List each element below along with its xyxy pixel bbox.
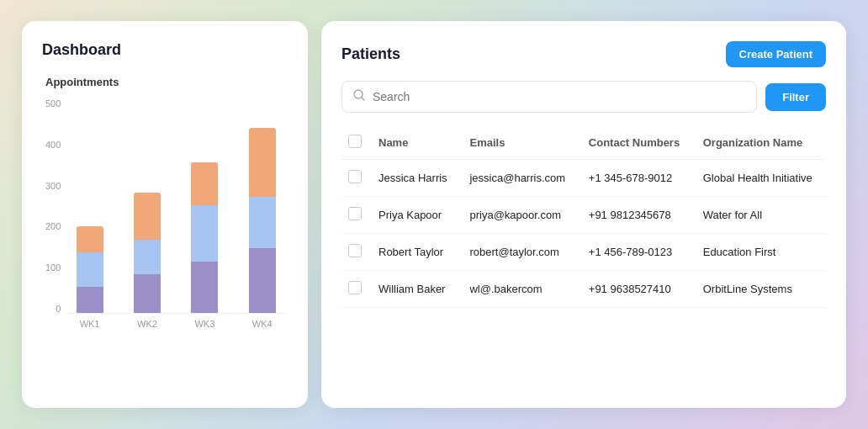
y-axis: 500 400 300 200 100 0 (45, 98, 67, 334)
y-label: 400 (45, 140, 61, 150)
chart-title: Appointments (45, 76, 284, 88)
bar-segment (77, 226, 103, 252)
bar-group (183, 162, 226, 313)
main-container: Dashboard Appointments 500 400 300 200 1… (22, 21, 846, 408)
row-checkbox-cell (341, 197, 368, 234)
row-checkbox[interactable] (348, 281, 362, 294)
bar-group (67, 226, 111, 313)
patients-card: Patients Create Patient Filter (321, 21, 846, 408)
bar-segment (191, 205, 218, 262)
cell-contact: +1 345-678-9012 (579, 160, 693, 197)
table-row: William Bakerwl@.bakercom+91 9638527410O… (341, 271, 826, 308)
y-label: 100 (45, 262, 61, 273)
patients-tbody: Jessica Harrisjessica@harris.com+1 345-6… (341, 160, 826, 308)
patients-header: Patients Create Patient (341, 41, 826, 67)
search-icon (352, 88, 366, 105)
x-label: WK3 (183, 319, 226, 329)
bar-segment (134, 274, 161, 313)
bar-segment (249, 197, 276, 248)
search-input[interactable] (373, 90, 746, 103)
header-emails: Emails (459, 126, 578, 160)
patients-title: Patients (341, 45, 400, 63)
cell-organization: Water for All (693, 197, 826, 234)
cell-contact: +1 456-789-0123 (579, 234, 693, 271)
bars-container (67, 98, 284, 314)
dashboard-card: Dashboard Appointments 500 400 300 200 1… (22, 21, 308, 408)
row-checkbox[interactable] (348, 207, 362, 220)
cell-organization: Global Health Initiative (693, 160, 826, 197)
bar-segment (134, 240, 161, 274)
cell-organization: Education First (693, 234, 826, 271)
search-filter-row: Filter (341, 81, 826, 113)
cell-name: Priya Kapoor (368, 197, 459, 234)
cell-name: William Baker (368, 271, 459, 308)
cell-email: jessica@harris.com (459, 160, 578, 197)
bar-stack (191, 162, 218, 313)
create-patient-button[interactable]: Create Patient (726, 41, 826, 67)
search-box (341, 81, 757, 113)
bar-segment (249, 248, 276, 313)
table-row: Jessica Harrisjessica@harris.com+1 345-6… (341, 160, 826, 197)
table-row: Priya Kapoorpriya@kapoor.com+91 98123456… (341, 197, 826, 234)
bars-area: WK1WK2WK3WK4 (67, 98, 284, 334)
table-row: Robert Taylorrobert@taylor.com+1 456-789… (341, 234, 826, 271)
header-organization: Organization Name (693, 126, 826, 160)
cell-name: Jessica Harris (368, 160, 459, 197)
header-name: Name (368, 126, 459, 160)
x-label: WK4 (241, 319, 284, 329)
row-checkbox-cell (341, 160, 368, 197)
bar-group (125, 193, 169, 313)
bar-stack (134, 193, 161, 313)
row-checkbox-cell (341, 271, 368, 308)
filter-button[interactable]: Filter (765, 83, 826, 111)
cell-email: priya@kapoor.com (459, 197, 578, 234)
row-checkbox[interactable] (348, 170, 362, 183)
chart-area: Appointments 500 400 300 200 100 0 WK1WK… (42, 76, 288, 334)
bar-stack (249, 128, 276, 313)
x-label: WK1 (67, 319, 111, 329)
x-label: WK2 (125, 319, 169, 329)
bar-segment (249, 128, 276, 197)
row-checkbox[interactable] (348, 244, 362, 257)
table-container: Name Emails Contact Numbers Organization… (341, 126, 826, 308)
cell-name: Robert Taylor (368, 234, 459, 271)
cell-email: robert@taylor.com (459, 234, 578, 271)
dashboard-title: Dashboard (42, 41, 288, 59)
bar-group (241, 128, 284, 313)
bar-stack (77, 226, 103, 313)
table-header-row: Name Emails Contact Numbers Organization… (341, 126, 826, 160)
header-checkbox[interactable] (348, 135, 362, 148)
bar-segment (77, 287, 103, 313)
cell-contact: +91 9812345678 (579, 197, 693, 234)
cell-email: wl@.bakercom (459, 271, 578, 308)
patients-table: Name Emails Contact Numbers Organization… (341, 126, 826, 308)
x-labels: WK1WK2WK3WK4 (67, 319, 284, 329)
header-checkbox-cell (341, 126, 368, 160)
y-label: 500 (45, 98, 61, 109)
bar-segment (134, 193, 161, 240)
header-contact: Contact Numbers (579, 126, 693, 160)
bar-segment (191, 162, 218, 205)
cell-contact: +91 9638527410 (579, 271, 693, 308)
y-label: 0 (56, 304, 61, 314)
row-checkbox-cell (341, 234, 368, 271)
bar-segment (77, 252, 103, 287)
bar-segment (191, 262, 218, 313)
cell-organization: OrbitLine Systems (693, 271, 826, 308)
chart-wrapper: 500 400 300 200 100 0 WK1WK2WK3WK4 (45, 98, 284, 334)
y-label: 300 (45, 181, 61, 191)
svg-line-1 (362, 98, 365, 101)
y-label: 200 (45, 221, 61, 231)
